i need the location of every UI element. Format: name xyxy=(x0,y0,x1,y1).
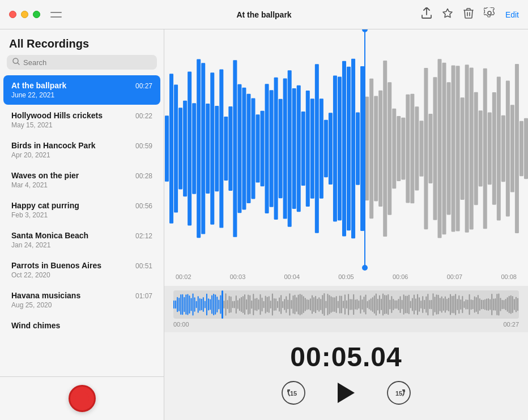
svg-rect-59 xyxy=(428,114,432,183)
svg-rect-194 xyxy=(369,299,370,309)
svg-rect-8 xyxy=(197,59,201,238)
svg-rect-11 xyxy=(210,72,214,224)
recording-duration: 00:59 xyxy=(135,142,152,150)
svg-rect-225 xyxy=(422,296,423,313)
recording-title: Waves on the pier xyxy=(11,171,79,180)
scrubber-playhead[interactable] xyxy=(222,290,223,319)
svg-rect-204 xyxy=(386,295,387,314)
svg-rect-47 xyxy=(374,96,378,201)
recording-duration: 01:07 xyxy=(135,292,152,300)
recording-item[interactable]: Hollywood Hills crickets 00:22 May 15, 2… xyxy=(3,105,160,135)
recording-item[interactable]: Wind chimes xyxy=(3,315,160,336)
svg-rect-89 xyxy=(187,294,188,315)
svg-rect-22 xyxy=(261,111,265,186)
svg-rect-78 xyxy=(515,64,519,233)
delete-icon[interactable] xyxy=(463,7,474,22)
minimize-button[interactable] xyxy=(21,11,28,18)
time-label: 00:06 xyxy=(393,273,408,280)
svg-rect-279 xyxy=(516,297,517,312)
record-button[interactable] xyxy=(69,385,96,412)
search-input[interactable] xyxy=(23,58,151,67)
recording-title: Havana musicians xyxy=(11,291,80,300)
svg-rect-186 xyxy=(355,299,356,310)
recording-item[interactable]: Waves on the pier 00:28 Mar 4, 2021 xyxy=(3,165,160,195)
svg-rect-69 xyxy=(474,92,478,205)
edit-button[interactable]: Edit xyxy=(505,10,519,19)
svg-rect-10 xyxy=(206,104,210,194)
record-button-inner xyxy=(75,392,89,405)
search-bar[interactable] xyxy=(7,55,157,70)
svg-rect-230 xyxy=(431,300,432,310)
skip-back-button[interactable]: 15 xyxy=(282,381,305,405)
svg-rect-30 xyxy=(297,85,301,212)
svg-rect-137 xyxy=(270,301,271,308)
time-label: 00:05 xyxy=(338,273,354,280)
svg-rect-187 xyxy=(356,299,357,310)
svg-rect-12 xyxy=(215,106,219,191)
svg-rect-60 xyxy=(433,77,437,220)
waveform-svg xyxy=(164,29,528,268)
svg-rect-261 xyxy=(484,299,486,310)
svg-rect-132 xyxy=(262,298,263,312)
scrubber-waveform[interactable] xyxy=(173,290,519,319)
sidebar-footer xyxy=(0,376,164,420)
svg-rect-237 xyxy=(443,298,444,311)
svg-rect-272 xyxy=(504,300,505,309)
svg-rect-112 xyxy=(227,300,228,309)
svg-rect-107 xyxy=(218,300,219,310)
svg-rect-138 xyxy=(272,294,273,316)
svg-rect-163 xyxy=(315,296,316,314)
time-label: 00:02 xyxy=(176,273,191,280)
maximize-button[interactable] xyxy=(33,11,40,18)
recording-duration: 00:28 xyxy=(135,172,152,180)
svg-rect-6 xyxy=(188,72,191,226)
recording-item-top: Birds in Hancock Park 00:59 xyxy=(11,141,152,150)
recording-item-top: Hollywood Hills crickets 00:22 xyxy=(11,111,152,120)
svg-rect-196 xyxy=(372,297,373,312)
svg-rect-136 xyxy=(269,296,270,313)
play-button[interactable] xyxy=(333,379,360,406)
svg-rect-195 xyxy=(371,298,372,310)
svg-rect-80 xyxy=(524,118,528,179)
recording-date: Mar 4, 2021 xyxy=(11,181,152,189)
skip-forward-button[interactable]: 15 xyxy=(387,381,411,405)
recording-item-top: Wind chimes xyxy=(11,321,152,330)
svg-rect-84 xyxy=(178,298,180,311)
svg-rect-280 xyxy=(517,298,518,311)
share-icon[interactable] xyxy=(421,7,432,22)
recording-item[interactable]: At the ballpark 00:27 June 22, 2021 xyxy=(3,75,160,105)
svg-rect-184 xyxy=(351,299,352,310)
svg-rect-104 xyxy=(213,294,214,315)
recording-item-top: Parrots in Buenos Aires 00:51 xyxy=(11,261,152,270)
svg-rect-250 xyxy=(465,299,466,310)
svg-rect-130 xyxy=(258,299,259,310)
svg-rect-193 xyxy=(367,301,368,308)
waveform-area[interactable]: 00:0200:0300:0400:0500:0600:0700:08 xyxy=(164,29,528,286)
svg-rect-182 xyxy=(348,294,349,315)
svg-rect-55 xyxy=(410,94,414,204)
time-label: 00:04 xyxy=(284,273,300,280)
svg-rect-125 xyxy=(249,295,250,314)
svg-rect-158 xyxy=(306,299,308,310)
svg-rect-175 xyxy=(336,296,337,313)
sidebar-toggle-button[interactable] xyxy=(50,10,62,19)
svg-rect-90 xyxy=(189,295,190,314)
svg-rect-264 xyxy=(489,299,491,310)
svg-rect-141 xyxy=(277,301,278,308)
favorite-icon[interactable] xyxy=(442,8,453,22)
settings-icon[interactable] xyxy=(484,7,495,22)
recording-item[interactable]: Happy cat purring 00:56 Feb 3, 2021 xyxy=(3,195,160,225)
scrubber-labels: 00:00 00:27 xyxy=(173,319,519,330)
svg-rect-24 xyxy=(270,90,274,207)
recording-item[interactable]: Santa Monica Beach 02:12 Jan 24, 2021 xyxy=(3,225,160,255)
svg-rect-251 xyxy=(467,299,469,309)
recording-item[interactable]: Havana musicians 01:07 Aug 25, 2020 xyxy=(3,285,160,315)
scrubber-area[interactable]: 00:00 00:27 xyxy=(164,286,528,332)
svg-rect-233 xyxy=(436,294,437,315)
recording-item[interactable]: Birds in Hancock Park 00:59 Apr 20, 2021 xyxy=(3,135,160,165)
svg-rect-129 xyxy=(256,298,257,311)
close-button[interactable] xyxy=(9,11,16,18)
recordings-list: At the ballpark 00:27 June 22, 2021 Holl… xyxy=(0,75,164,376)
svg-rect-208 xyxy=(393,299,394,310)
recording-item[interactable]: Parrots in Buenos Aires 00:51 Oct 22, 20… xyxy=(3,255,160,285)
